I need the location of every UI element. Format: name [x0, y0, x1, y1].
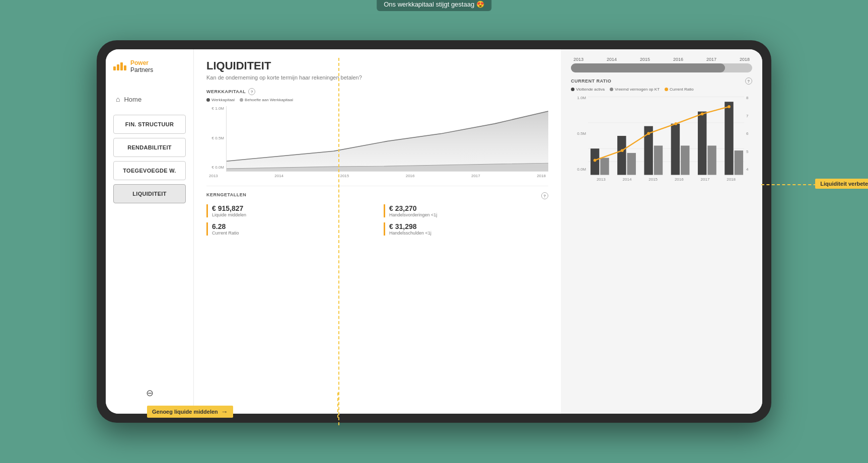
home-label: Home — [124, 96, 141, 103]
back-icon: ⊖ — [146, 388, 154, 399]
svg-rect-14 — [725, 102, 733, 175]
svg-rect-7 — [627, 153, 636, 175]
kgetal-handelsvorderingen: € 23,270 Handelsvorderingen <1j — [384, 204, 548, 217]
kerngetallen: KERNGETALLEN ? € 915,827 Liquide middele… — [206, 186, 548, 236]
svg-point-20 — [701, 113, 704, 116]
slider-fill — [571, 63, 725, 72]
current-ratio-label: CURRENT RATIO — [571, 79, 611, 84]
charts-row: WERKKAPITAAL ? Werkkapitaal Behoefte aan… — [206, 88, 548, 178]
callout-top: Ons werkkapitaal stijgt gestaag 😍 — [377, 0, 491, 11]
kerngetallen-header: KERNGETALLEN ? — [206, 192, 548, 199]
current-ratio-help[interactable]: ? — [745, 78, 752, 85]
callout-bottom: Genoeg liquide middelen → — [147, 406, 233, 418]
home-nav[interactable]: ⌂ Home — [113, 91, 186, 107]
svg-rect-11 — [681, 145, 689, 175]
werkkapitaal-legend: Werkkapitaal Behoefte aan Werkkapitaal — [206, 98, 548, 102]
current-ratio-chart: CURRENT RATIO ? Vlottende activa Vreemd … — [571, 78, 752, 406]
nav-liquiditeit[interactable]: LIQUIDITEIT — [113, 184, 186, 203]
kgetal-handelsschulden: € 31,298 Handelsschulden <1j — [384, 222, 548, 236]
sidebar: Power Partners ⌂ Home FIN. STRUCTUUR REN… — [106, 49, 194, 414]
tablet: Power Partners ⌂ Home FIN. STRUCTUUR REN… — [97, 40, 771, 423]
svg-point-19 — [674, 122, 677, 125]
year-labels: 201320142015201620172018 — [571, 57, 752, 62]
scene: Ons werkkapitaal stijgt gestaag 😍 Power … — [56, 25, 812, 438]
nav-toegevoegde[interactable]: TOEGEVOEGDE W. — [113, 161, 186, 180]
kgetal-liquide: € 915,827 Liquide middelen — [206, 204, 371, 217]
current-ratio-legend: Vlottende activa Vreemd vermogen op KT C… — [571, 87, 752, 92]
svg-point-18 — [647, 132, 650, 135]
svg-rect-13 — [707, 145, 716, 175]
svg-rect-9 — [654, 145, 663, 175]
year-slider-area: 201320142015201620172018 — [571, 57, 752, 72]
werkkapitaal-section: WERKKAPITAAL ? Werkkapitaal Behoefte aan… — [206, 88, 548, 178]
svg-rect-12 — [698, 112, 706, 175]
logo-area: Power Partners — [113, 59, 186, 79]
kgetal-current-ratio: 6.28 Current Ratio — [206, 222, 371, 236]
back-button[interactable]: ⊖ — [113, 382, 186, 404]
svg-rect-5 — [600, 158, 609, 175]
nav-fin-structuur[interactable]: FIN. STRUCTUUR — [113, 115, 186, 134]
page-title: LIQUIDITEIT — [206, 59, 548, 72]
home-icon: ⌂ — [116, 95, 120, 103]
year-slider[interactable] — [571, 63, 752, 72]
nav-rendabiliteit[interactable]: RENDABILITEIT — [113, 138, 186, 157]
kerngetallen-grid: € 915,827 Liquide middelen € 23,270 Hand… — [206, 204, 548, 236]
kerngetallen-help[interactable]: ? — [541, 192, 548, 199]
arrow-icon: → — [221, 408, 228, 416]
werkkapitaal-x-labels: 201320142015201620172018 — [206, 174, 548, 178]
nav-buttons: FIN. STRUCTUUR RENDABILITEIT TOEGEVOEGDE… — [113, 115, 186, 382]
main-content: LIQUIDITEIT Kan de onderneming op korte … — [194, 49, 561, 414]
logo-icon — [113, 62, 126, 70]
svg-point-17 — [621, 149, 624, 152]
svg-rect-15 — [735, 150, 743, 175]
tablet-screen: Power Partners ⌂ Home FIN. STRUCTUUR REN… — [106, 49, 762, 414]
page-subtitle: Kan de onderneming op korte termijn haar… — [206, 74, 548, 81]
svg-point-21 — [728, 105, 731, 108]
logo-text: Power Partners — [130, 59, 153, 73]
svg-rect-6 — [617, 136, 626, 175]
werkkapitaal-help[interactable]: ? — [248, 88, 255, 95]
werkkapitaal-label: WERKKAPITAAL ? — [206, 88, 548, 95]
callout-right: Liquiditeit verbetert — [815, 179, 868, 189]
dashed-bottom-v — [337, 393, 338, 418]
svg-point-16 — [594, 159, 597, 162]
right-panel: 201320142015201620172018 CURRENT RATIO ? — [561, 49, 762, 414]
svg-rect-10 — [671, 124, 680, 175]
